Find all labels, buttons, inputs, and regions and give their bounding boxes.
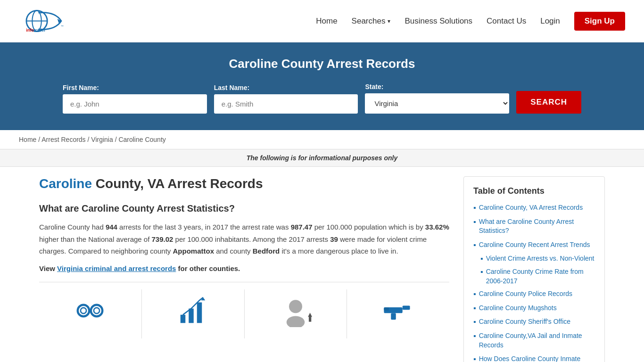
toc-link-4[interactable]: Caroline County Mugshots: [479, 304, 557, 313]
nav-contact-us[interactable]: Contact Us: [487, 16, 526, 26]
icon-cell-handcuffs: [39, 289, 142, 338]
content-area: Caroline County, VA Arrest Records What …: [39, 176, 449, 362]
breadcrumb: Home / Arrest Records / Virginia / Carol…: [0, 130, 644, 149]
svg-point-10: [81, 307, 86, 313]
toc-item-sub-1: ▪ Caroline County Crime Rate from 2006-2…: [480, 267, 595, 286]
svg-point-16: [289, 300, 302, 313]
icon-row: [39, 282, 449, 338]
toc-list: ▪ Caroline County, VA Arrest Records ▪ W…: [473, 203, 595, 362]
hero-section: Caroline County Arrest Records First Nam…: [0, 42, 644, 130]
svg-rect-22: [391, 313, 396, 320]
last-name-label: Last Name:: [214, 84, 358, 91]
bullet-icon: ▪: [473, 354, 476, 362]
svg-rect-21: [402, 305, 410, 310]
toc-item-7: ▪ How Does Caroline County Inmate: [473, 354, 595, 362]
bullet-icon: ▪: [473, 304, 476, 313]
first-name-label: First Name:: [63, 84, 207, 91]
bullet-icon: ▪: [480, 267, 483, 276]
svg-text:info: info: [26, 28, 34, 33]
last-name-group: Last Name:: [214, 84, 358, 114]
toc-link-sub-0[interactable]: Violent Crime Arrests vs. Non-Violent: [486, 254, 594, 263]
svg-text:™: ™: [61, 25, 64, 28]
svg-marker-18: [308, 313, 312, 317]
first-name-input[interactable]: [63, 94, 207, 114]
breadcrumb-home[interactable]: Home: [19, 136, 36, 143]
search-button[interactable]: SEARCH: [516, 91, 581, 114]
toc-item-0: ▪ Caroline County, VA Arrest Records: [473, 203, 595, 213]
state-label: State:: [365, 83, 509, 90]
logo[interactable]: info tracer ™: [19, 6, 104, 36]
virginia-records-link[interactable]: Virginia criminal and arrest records: [57, 264, 176, 272]
heading-highlight: Caroline: [39, 176, 92, 191]
icon-cell-mugshot: [245, 289, 347, 338]
section1-paragraph: Caroline County had 944 arrests for the …: [39, 221, 449, 257]
svg-point-7: [78, 304, 90, 316]
last-name-input[interactable]: [214, 94, 358, 114]
bullet-icon: ▪: [480, 254, 483, 263]
sidebar: Table of Contents ▪ Caroline County, VA …: [463, 176, 605, 362]
toc-item-6: ▪ Caroline County,VA Jail and Inmate Rec…: [473, 331, 595, 350]
toc-title: Table of Contents: [473, 186, 595, 196]
bullet-icon: ▪: [473, 331, 476, 340]
toc-item-1: ▪ What are Caroline County Arrest Statis…: [473, 217, 595, 236]
first-name-group: First Name:: [63, 84, 207, 114]
icon-cell-gun: [347, 289, 449, 338]
toc-item-sub-0: ▪ Violent Crime Arrests vs. Non-Violent: [480, 254, 595, 263]
svg-rect-14: [197, 302, 202, 323]
state-group: State: Virginia Alabama Alaska Arizona C…: [365, 83, 509, 114]
navbar: info tracer ™ Home Searches ▾ Business S…: [0, 0, 644, 42]
heading-rest: County, VA Arrest Records: [92, 176, 263, 191]
page-heading: Caroline County, VA Arrest Records: [39, 176, 449, 191]
search-form: First Name: Last Name: State: Virginia A…: [63, 83, 581, 114]
breadcrumb-virginia[interactable]: Virginia: [91, 136, 113, 143]
nav-login[interactable]: Login: [540, 16, 560, 26]
gun-icon: [382, 294, 415, 334]
bullet-icon: ▪: [473, 317, 476, 326]
svg-rect-19: [309, 317, 311, 322]
nav-links: Home Searches ▾ Business Solutions Conta…: [316, 12, 625, 31]
toc-link-2[interactable]: Caroline County Recent Arrest Trends: [479, 240, 590, 250]
chart-icon: [176, 294, 209, 334]
toc-item-5: ▪ Caroline County Sheriff's Office: [473, 317, 595, 327]
breadcrumb-caroline-county: Caroline County: [118, 136, 165, 143]
svg-point-8: [91, 304, 103, 316]
svg-point-17: [287, 316, 305, 327]
bullet-icon: ▪: [473, 217, 476, 226]
svg-rect-13: [189, 308, 194, 323]
toc-item-2: ▪ Caroline County Recent Arrest Trends: [473, 240, 595, 250]
svg-rect-23: [384, 307, 389, 311]
toc-link-5[interactable]: Caroline County Sheriff's Office: [479, 317, 570, 327]
state-select[interactable]: Virginia Alabama Alaska Arizona Californ…: [365, 93, 509, 114]
main-layout: Caroline County, VA Arrest Records What …: [20, 167, 624, 362]
icon-cell-chart: [142, 289, 245, 338]
svg-point-11: [94, 307, 99, 313]
bullet-icon: ▪: [473, 203, 476, 212]
toc-link-6[interactable]: Caroline County,VA Jail and Inmate Recor…: [479, 331, 595, 350]
svg-text:tracer: tracer: [34, 28, 46, 33]
section1-heading: What are Caroline County Arrest Statisti…: [39, 203, 449, 214]
handcuffs-icon: [74, 294, 107, 334]
toc-link-0[interactable]: Caroline County, VA Arrest Records: [479, 203, 583, 213]
hero-title: Caroline County Arrest Records: [19, 57, 625, 71]
svg-rect-12: [181, 314, 186, 323]
bullet-icon: ▪: [473, 240, 476, 249]
toc-link-7[interactable]: How Does Caroline County Inmate: [479, 354, 581, 362]
toc-link-3[interactable]: Caroline County Police Records: [479, 289, 572, 299]
info-banner: The following is for informational purpo…: [0, 149, 644, 167]
nav-home[interactable]: Home: [316, 16, 337, 26]
nav-searches[interactable]: Searches ▾: [352, 16, 391, 26]
toc-sub-list: ▪ Violent Crime Arrests vs. Non-Violent …: [473, 254, 595, 286]
toc-box: Table of Contents ▪ Caroline County, VA …: [463, 176, 605, 362]
toc-link-1[interactable]: What are Caroline County Arrest Statisti…: [479, 217, 595, 236]
nav-signup-button[interactable]: Sign Up: [574, 12, 625, 31]
searches-chevron-icon: ▾: [388, 18, 390, 25]
toc-item-4: ▪ Caroline County Mugshots: [473, 304, 595, 313]
view-records-line: View Virginia criminal and arrest record…: [39, 264, 449, 272]
mugshot-icon: [279, 294, 312, 334]
toc-item-3: ▪ Caroline County Police Records: [473, 289, 595, 299]
nav-business-solutions[interactable]: Business Solutions: [405, 16, 472, 26]
toc-link-sub-1[interactable]: Caroline County Crime Rate from 2006-201…: [486, 267, 595, 286]
breadcrumb-arrest-records[interactable]: Arrest Records: [41, 136, 85, 143]
bullet-icon: ▪: [473, 289, 476, 298]
